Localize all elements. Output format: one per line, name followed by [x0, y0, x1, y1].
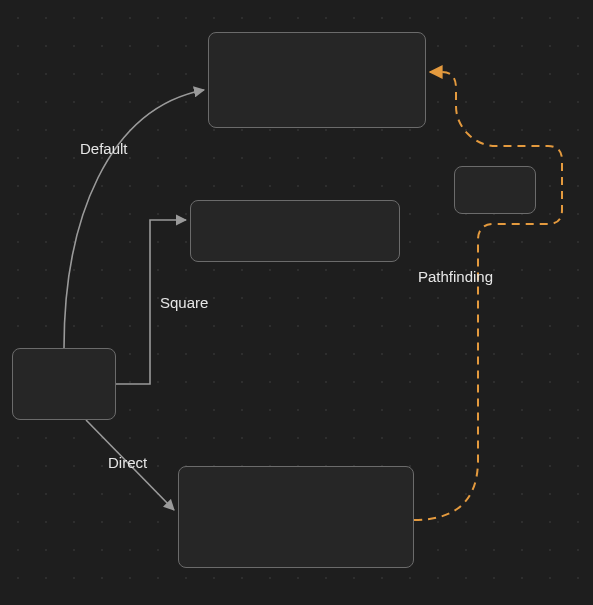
- diagram-canvas[interactable]: Default Square Direct Pathfinding: [0, 0, 593, 605]
- node-small[interactable]: [454, 166, 536, 214]
- node-mid[interactable]: [190, 200, 400, 262]
- node-source[interactable]: [12, 348, 116, 420]
- node-top[interactable]: [208, 32, 426, 128]
- label-pathfinding: Pathfinding: [418, 268, 493, 285]
- node-bottom[interactable]: [178, 466, 414, 568]
- label-default: Default: [80, 140, 128, 157]
- label-square: Square: [160, 294, 208, 311]
- edge-pathfinding: [414, 72, 562, 520]
- label-direct: Direct: [108, 454, 147, 471]
